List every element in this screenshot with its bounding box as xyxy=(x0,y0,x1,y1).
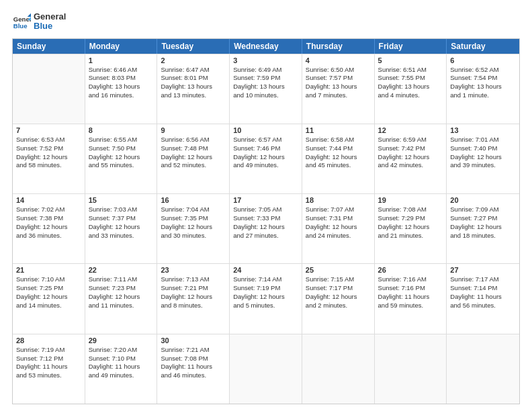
day-cell-24: 24Sunrise: 7:14 AMSunset: 7:19 PMDayligh… xyxy=(230,264,302,333)
cell-line: Sunrise: 6:53 AM xyxy=(16,136,81,144)
day-number: 3 xyxy=(233,56,298,64)
day-number: 16 xyxy=(161,196,226,204)
cell-line: Sunset: 7:59 PM xyxy=(233,74,298,83)
day-cell-20: 20Sunrise: 7:09 AMSunset: 7:27 PMDayligh… xyxy=(447,194,519,263)
day-cell-empty xyxy=(375,334,447,404)
day-cell-23: 23Sunrise: 7:13 AMSunset: 7:21 PMDayligh… xyxy=(157,264,230,333)
cell-line: Sunset: 7:29 PM xyxy=(378,214,443,223)
day-header-monday: Monday xyxy=(85,39,158,54)
cell-line: and 42 minutes. xyxy=(378,161,443,170)
cell-line: Daylight: 12 hours xyxy=(306,293,371,302)
day-cell-12: 12Sunrise: 6:59 AMSunset: 7:42 PMDayligh… xyxy=(375,124,447,193)
cell-line: Sunset: 7:35 PM xyxy=(161,214,226,223)
cell-line: Daylight: 12 hours xyxy=(233,153,298,162)
day-number: 29 xyxy=(89,336,154,345)
cell-line: Sunrise: 7:05 AM xyxy=(233,205,298,214)
day-cell-9: 9Sunrise: 6:56 AMSunset: 7:48 PMDaylight… xyxy=(157,124,230,193)
cell-line: Sunrise: 7:14 AM xyxy=(233,275,298,284)
day-cell-29: 29Sunrise: 7:20 AMSunset: 7:10 PMDayligh… xyxy=(85,334,158,404)
cell-line: Sunset: 7:31 PM xyxy=(306,214,371,223)
cell-line: Daylight: 13 hours xyxy=(306,83,371,91)
day-number: 6 xyxy=(450,56,516,64)
day-number: 23 xyxy=(161,266,226,274)
cell-line: Sunrise: 6:55 AM xyxy=(89,136,154,144)
day-cell-1: 1Sunrise: 6:46 AMSunset: 8:03 PMDaylight… xyxy=(85,54,158,124)
cell-line: Sunrise: 6:51 AM xyxy=(378,66,443,75)
cell-line: Sunrise: 6:59 AM xyxy=(378,136,443,144)
day-cell-4: 4Sunrise: 6:50 AMSunset: 7:57 PMDaylight… xyxy=(302,54,375,124)
cell-line: Sunrise: 7:11 AM xyxy=(89,275,154,284)
day-cell-7: 7Sunrise: 6:53 AMSunset: 7:52 PMDaylight… xyxy=(13,124,85,193)
day-header-wednesday: Wednesday xyxy=(230,39,302,54)
cell-line: Sunrise: 7:03 AM xyxy=(89,205,154,214)
svg-text:Blue: Blue xyxy=(13,22,28,30)
calendar-week-2: 7Sunrise: 6:53 AMSunset: 7:52 PMDaylight… xyxy=(13,124,519,193)
cell-line: Sunrise: 6:52 AM xyxy=(450,66,516,75)
cell-line: Sunset: 7:19 PM xyxy=(233,284,298,293)
cell-line: Daylight: 12 hours xyxy=(89,223,154,232)
cell-line: Daylight: 12 hours xyxy=(233,223,298,232)
cell-line: Sunset: 7:57 PM xyxy=(306,74,371,83)
cell-line: Daylight: 12 hours xyxy=(306,223,371,232)
cell-line: Sunset: 7:33 PM xyxy=(233,214,298,223)
cell-line: Sunset: 7:50 PM xyxy=(89,144,154,153)
cell-line: Daylight: 11 hours xyxy=(450,293,516,302)
day-header-tuesday: Tuesday xyxy=(157,39,230,54)
cell-line: Sunset: 7:46 PM xyxy=(233,144,298,153)
cell-line: Daylight: 12 hours xyxy=(16,153,81,162)
cell-line: Sunrise: 6:47 AM xyxy=(161,66,226,75)
cell-line: Sunrise: 7:21 AM xyxy=(161,346,226,355)
cell-line: Sunset: 7:17 PM xyxy=(306,284,371,293)
cell-line: Sunrise: 7:19 AM xyxy=(16,346,81,355)
day-cell-empty xyxy=(230,334,302,404)
cell-line: Sunrise: 6:50 AM xyxy=(306,66,371,75)
cell-line: Sunrise: 7:17 AM xyxy=(450,275,516,284)
day-cell-3: 3Sunrise: 6:49 AMSunset: 7:59 PMDaylight… xyxy=(230,54,302,124)
cell-line: Daylight: 13 hours xyxy=(161,83,226,91)
cell-line: Sunset: 7:08 PM xyxy=(161,355,226,363)
cell-line: Daylight: 12 hours xyxy=(161,223,226,232)
day-cell-14: 14Sunrise: 7:02 AMSunset: 7:38 PMDayligh… xyxy=(13,194,85,263)
page-header: General Blue General Blue xyxy=(12,12,520,32)
day-cell-11: 11Sunrise: 6:58 AMSunset: 7:44 PMDayligh… xyxy=(302,124,375,193)
cell-line: Daylight: 12 hours xyxy=(306,153,371,162)
day-cell-26: 26Sunrise: 7:16 AMSunset: 7:16 PMDayligh… xyxy=(375,264,447,333)
cell-line: Sunrise: 7:16 AM xyxy=(378,275,443,284)
cell-line: Sunset: 7:16 PM xyxy=(378,284,443,293)
cell-line: Sunrise: 7:20 AM xyxy=(89,346,154,355)
day-cell-28: 28Sunrise: 7:19 AMSunset: 7:12 PMDayligh… xyxy=(13,334,85,404)
day-cell-8: 8Sunrise: 6:55 AMSunset: 7:50 PMDaylight… xyxy=(85,124,158,193)
day-number: 17 xyxy=(233,196,298,204)
day-cell-30: 30Sunrise: 7:21 AMSunset: 7:08 PMDayligh… xyxy=(157,334,230,404)
cell-line: and 24 minutes. xyxy=(306,232,371,240)
cell-line: Sunset: 7:21 PM xyxy=(161,284,226,293)
cell-line: Sunrise: 7:07 AM xyxy=(306,205,371,214)
day-number: 14 xyxy=(16,196,81,204)
cell-line: Daylight: 12 hours xyxy=(89,293,154,302)
cell-line: and 14 minutes. xyxy=(16,302,81,310)
day-number: 30 xyxy=(161,336,226,345)
day-number: 10 xyxy=(233,126,298,134)
cell-line: Sunrise: 6:56 AM xyxy=(161,136,226,144)
cell-line: and 49 minutes. xyxy=(89,371,154,380)
day-number: 27 xyxy=(450,266,516,274)
calendar: SundayMondayTuesdayWednesdayThursdayFrid… xyxy=(12,38,520,404)
cell-line: and 56 minutes. xyxy=(450,302,516,310)
cell-line: and 5 minutes. xyxy=(233,302,298,310)
cell-line: Sunset: 7:37 PM xyxy=(89,214,154,223)
day-number: 28 xyxy=(16,336,81,345)
day-cell-16: 16Sunrise: 7:04 AMSunset: 7:35 PMDayligh… xyxy=(157,194,230,263)
calendar-week-3: 14Sunrise: 7:02 AMSunset: 7:38 PMDayligh… xyxy=(13,193,519,263)
cell-line: Daylight: 12 hours xyxy=(450,223,516,232)
cell-line: Sunrise: 6:46 AM xyxy=(89,66,154,75)
calendar-header: SundayMondayTuesdayWednesdayThursdayFrid… xyxy=(13,39,519,54)
cell-line: Sunset: 7:55 PM xyxy=(378,74,443,83)
day-number: 18 xyxy=(306,196,371,204)
day-cell-6: 6Sunrise: 6:52 AMSunset: 7:54 PMDaylight… xyxy=(447,54,519,124)
cell-line: Daylight: 12 hours xyxy=(378,223,443,232)
cell-line: Daylight: 11 hours xyxy=(16,363,81,371)
day-cell-empty xyxy=(302,334,375,404)
cell-line: Sunset: 7:42 PM xyxy=(378,144,443,153)
day-cell-25: 25Sunrise: 7:15 AMSunset: 7:17 PMDayligh… xyxy=(302,264,375,333)
cell-line: and 39 minutes. xyxy=(450,161,516,170)
